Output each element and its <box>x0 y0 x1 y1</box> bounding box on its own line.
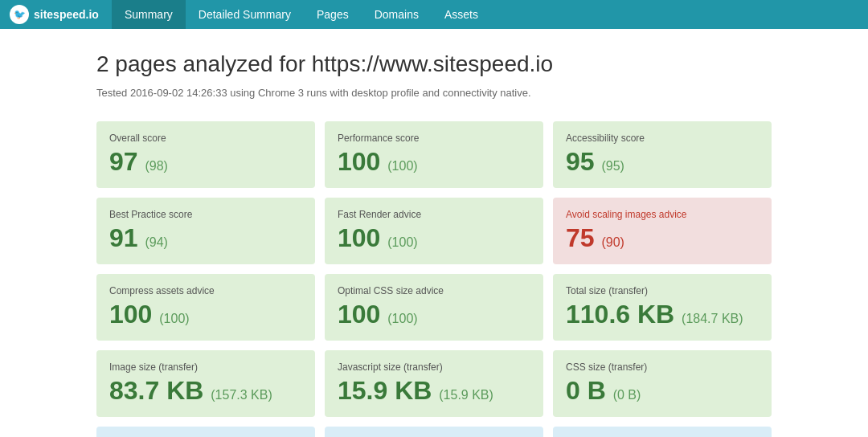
card-sub-value: (98) <box>145 159 167 173</box>
metric-card: Overall score97 (98) <box>96 121 315 188</box>
card-label: Overall score <box>109 133 302 144</box>
card-sub-value: (100) <box>387 312 417 325</box>
card-sub-value: (15.9 KB) <box>439 388 493 402</box>
cards-grid: Overall score97 (98)Performance score100… <box>96 121 772 437</box>
card-main-value: 100 <box>338 147 387 176</box>
page-title: 2 pages analyzed for https://www.sitespe… <box>96 51 772 77</box>
card-value: 100 (100) <box>338 300 530 329</box>
card-sub-value: (94) <box>145 235 167 249</box>
card-value: 75 (90) <box>566 223 759 253</box>
logo-area: 🐦 sitespeed.io <box>10 5 99 24</box>
card-main-value: 110.6 KB <box>566 300 682 329</box>
card-main-value: 95 <box>566 147 601 176</box>
metric-card: Compress assets advice100 (100) <box>96 274 315 341</box>
card-main-value: 100 <box>338 300 387 329</box>
card-label: Optimal CSS size advice <box>338 285 530 296</box>
card-label: Fast Render advice <box>338 209 530 220</box>
metric-card: Fast Render advice100 (100) <box>325 198 543 264</box>
card-value: 91 (94) <box>109 223 302 253</box>
card-label: Avoid scaling images advice <box>566 209 759 220</box>
metric-card: Avoid scaling images advice75 (90) <box>553 198 772 264</box>
card-value: 0 B (0 B) <box>566 376 759 406</box>
card-main-value: 83.7 KB <box>109 376 211 405</box>
card-value: 95 (95) <box>566 147 759 177</box>
metric-card: Total size (transfer)110.6 KB (184.7 KB) <box>553 274 772 341</box>
card-sub-value: (157.3 KB) <box>211 388 272 402</box>
main-content: 2 pages analyzed for https://www.sitespe… <box>0 29 868 437</box>
card-label: Best Practice score <box>109 209 302 220</box>
page-subtitle: Tested 2016-09-02 14:26:33 using Chrome … <box>96 87 772 99</box>
card-main-value: 100 <box>338 223 387 252</box>
card-label: Javascript size (transfer) <box>338 361 530 373</box>
card-sub-value: (95) <box>601 159 624 173</box>
card-sub-value: (0 B) <box>613 388 641 402</box>
card-value: 15.9 KB (15.9 KB) <box>338 376 530 406</box>
card-sub-value: (100) <box>159 312 189 325</box>
card-main-value: 91 <box>109 223 145 252</box>
card-value: 100 (100) <box>338 147 530 177</box>
nav-item-summary[interactable]: Summary <box>112 0 186 29</box>
card-sub-value: (100) <box>387 235 417 249</box>
card-label: Total size (transfer) <box>566 285 759 296</box>
metric-card: Best Practice score91 (94) <box>96 198 315 264</box>
nav-item-pages[interactable]: Pages <box>304 0 362 29</box>
nav-item-domains[interactable]: Domains <box>362 0 432 29</box>
card-value: 100 (100) <box>338 223 530 253</box>
metric-card: CSS size (transfer)0 B (0 B) <box>553 350 772 417</box>
metric-card: Javascript size (transfer)15.9 KB (15.9 … <box>325 350 543 417</box>
card-label: Accessibility score <box>566 133 759 144</box>
nav-item-assets[interactable]: Assets <box>432 0 491 29</box>
card-main-value: 97 <box>109 147 145 176</box>
card-value: 97 (98) <box>109 147 302 177</box>
card-label: Performance score <box>338 133 530 144</box>
metric-card: Accessibility score95 (95) <box>553 121 772 188</box>
metric-card: Optimal CSS size advice100 (100) <box>325 274 543 341</box>
card-main-value: 100 <box>109 300 159 329</box>
metric-card: CSS requests0 (0) <box>553 427 772 437</box>
card-sub-value: (90) <box>601 235 624 249</box>
card-value: 83.7 KB (157.3 KB) <box>109 376 302 406</box>
card-main-value: 15.9 KB <box>338 376 439 405</box>
card-sub-value: (100) <box>387 159 417 173</box>
card-sub-value: (184.7 KB) <box>682 312 743 325</box>
navbar: 🐦 sitespeed.io SummaryDetailed SummaryPa… <box>0 0 868 29</box>
card-value: 110.6 KB (184.7 KB) <box>566 300 759 329</box>
metric-card: Image requests8 (10) <box>325 427 543 437</box>
metric-card: Total requests11 (13) <box>96 427 315 437</box>
metric-card: Image size (transfer)83.7 KB (157.3 KB) <box>96 350 315 417</box>
logo-text[interactable]: sitespeed.io <box>34 8 99 21</box>
card-value: 100 (100) <box>109 300 302 329</box>
card-label: CSS size (transfer) <box>566 361 759 373</box>
card-main-value: 75 <box>566 223 601 252</box>
card-main-value: 0 B <box>566 376 613 405</box>
logo-icon: 🐦 <box>10 5 29 24</box>
nav-items: SummaryDetailed SummaryPagesDomainsAsset… <box>112 0 491 29</box>
nav-item-detailed-summary[interactable]: Detailed Summary <box>186 0 304 29</box>
card-label: Image size (transfer) <box>109 361 302 373</box>
metric-card: Performance score100 (100) <box>325 121 543 188</box>
card-label: Compress assets advice <box>109 285 302 296</box>
